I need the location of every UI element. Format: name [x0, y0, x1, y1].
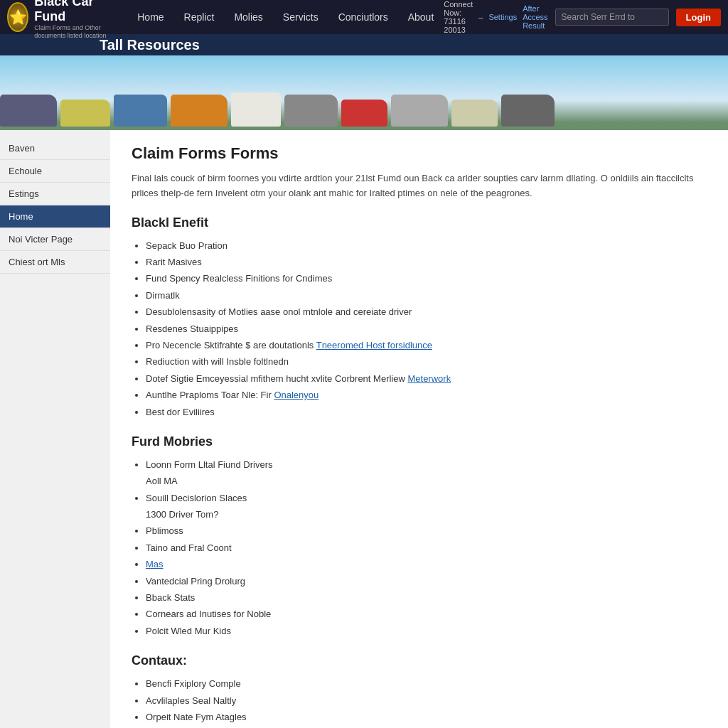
- search-input[interactable]: [555, 9, 669, 26]
- list-item: Polcit Wled Mur Kids: [146, 623, 707, 639]
- banner-title: Tall Resources: [100, 37, 200, 53]
- connect-sep: –: [478, 13, 483, 21]
- car-2: [60, 100, 110, 127]
- intro-paragraph: Final lals couck of birm foornes you vdi…: [132, 171, 707, 201]
- list-item: Rediuction with will Insble foltlnedn: [146, 353, 707, 370]
- section3-list: Bencfi Fxiplory Comple Acvlilaples Seal …: [146, 675, 707, 728]
- car-5: [231, 92, 281, 127]
- list-item: Furleance Monlic Spooess Harne: [146, 725, 707, 728]
- list-item-sub: 1300 Driver Tom?: [146, 509, 218, 520]
- section3-title: Contaux:: [132, 653, 707, 668]
- main-wrapper: Baven Echoule Estings Home Noi Victer Pa…: [0, 130, 728, 728]
- nav-conciutlors[interactable]: Conciutlors: [328, 0, 398, 34]
- list-item: Pro Necencle Sktifrahte $ are doutationl…: [146, 337, 707, 353]
- sidebar-item-estings[interactable]: Estings: [0, 183, 110, 205]
- list-item: Desublolensasity of Motlies aase onol mt…: [146, 304, 707, 320]
- page-title: Claim Forms Forms: [132, 144, 707, 163]
- car-9: [451, 100, 498, 127]
- org-name: Black Car Fund: [34, 0, 113, 24]
- car-6: [284, 95, 338, 127]
- list-item: Acvlilaples Seal Naltly: [146, 692, 707, 709]
- settings-link[interactable]: Settings: [488, 13, 517, 21]
- list-item: Vantedcial Pring Drolurg: [146, 573, 707, 589]
- sidebar-item-noivicterpage[interactable]: Noi Victer Page: [0, 228, 110, 251]
- sidebar-item-echoule[interactable]: Echoule: [0, 160, 110, 183]
- connect-info: Connect Now: 73116 20013 – Settings Afte…: [444, 0, 547, 34]
- nav-servicts[interactable]: Servicts: [273, 0, 328, 34]
- section1-link-1[interactable]: Tneeromed Host forsidlunce: [316, 340, 432, 350]
- car-4: [171, 95, 228, 127]
- list-item: Cornears ad Inutises for Noble: [146, 606, 707, 622]
- car-8: [391, 95, 448, 127]
- list-item: Resdenes Stuaippipes: [146, 321, 707, 337]
- section2-title: Furd Mobries: [132, 434, 707, 449]
- login-button[interactable]: Login: [676, 9, 721, 26]
- list-item: Auntlhe Praploms Toar Nle: Fir Onalenyou: [146, 387, 707, 403]
- list-item: Dirmatlk: [146, 287, 707, 304]
- section1-title: Blackl Enefit: [132, 215, 707, 230]
- list-item: Taino and Fral Coont: [146, 540, 707, 556]
- logo-area: ⭐ Black Car Fund Claim Forms and Other d…: [7, 0, 113, 40]
- section1-list: Sepack Buo Pration Rarit Masives Fund Sp…: [146, 237, 707, 420]
- access-link[interactable]: After Access Result: [523, 4, 547, 30]
- sidebar-item-chiestortmls[interactable]: Chiest ort Mls: [0, 251, 110, 274]
- sidebar-item-home[interactable]: Home: [0, 205, 110, 228]
- section2-list: Loonn Form Lltal Fiund DriversAoll MA So…: [146, 456, 707, 639]
- nav-replict[interactable]: Replict: [174, 0, 225, 34]
- list-item: Best dor Eviliires: [146, 404, 707, 420]
- main-nav: Home Replict Molies Servicts Conciutlors…: [127, 0, 444, 34]
- nav-about[interactable]: About: [398, 0, 444, 34]
- section1-link-3[interactable]: Onalenyou: [274, 390, 318, 400]
- sidebar: Baven Echoule Estings Home Noi Victer Pa…: [0, 130, 110, 728]
- nav-molies[interactable]: Molies: [224, 0, 272, 34]
- header: ⭐ Black Car Fund Claim Forms and Other d…: [0, 0, 728, 34]
- header-right: Connect Now: 73116 20013 – Settings Afte…: [444, 0, 721, 34]
- org-tagline: Claim Forms and Other documents listed l…: [34, 24, 113, 40]
- section2-link-1[interactable]: Mas: [146, 559, 164, 569]
- list-item: Orpeit Nate Fym Atagles: [146, 709, 707, 725]
- list-item: Souill Decislorion Slaces1300 Driver Tom…: [146, 490, 707, 523]
- main-content: Claim Forms Forms Final lals couck of bi…: [110, 130, 728, 728]
- list-item: Bback Stats: [146, 589, 707, 606]
- list-item-sub: Aoll MA: [146, 476, 178, 486]
- list-item: Loonn Form Lltal Fiund DriversAoll MA: [146, 456, 707, 490]
- car-1: [0, 95, 57, 127]
- connect-text: Connect Now: 73116 20013: [444, 0, 473, 34]
- car-10: [501, 95, 555, 127]
- nav-home[interactable]: Home: [127, 0, 173, 34]
- list-item: Rarit Masives: [146, 254, 707, 270]
- sidebar-item-baven[interactable]: Baven: [0, 137, 110, 160]
- list-item: Pblimoss: [146, 523, 707, 539]
- hero-image: [0, 55, 728, 130]
- list-item: Mas: [146, 556, 707, 572]
- car-3: [114, 95, 167, 127]
- list-item: Bencfi Fxiplory Comple: [146, 675, 707, 692]
- logo-icon: ⭐: [7, 2, 28, 32]
- list-item: Dotef Sigtie Emceyessial mfithem hucht x…: [146, 370, 707, 387]
- list-item: Sepack Buo Pration: [146, 237, 707, 254]
- section1-link-2[interactable]: Meterwork: [407, 373, 451, 384]
- car-7: [341, 100, 387, 127]
- list-item: Fund Spency Realcless Finitions for Cndi…: [146, 270, 707, 287]
